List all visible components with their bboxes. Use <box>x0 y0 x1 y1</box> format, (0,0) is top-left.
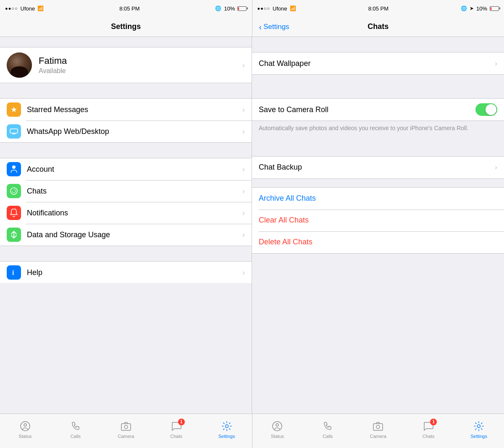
tab-chats-left[interactable]: 1 Chats <box>151 414 202 448</box>
chat-backup-chevron-icon: › <box>495 163 497 172</box>
tab-camera-left[interactable]: Camera <box>101 414 151 448</box>
tab-bar-left: Status Calls Camera <box>0 414 252 448</box>
tab-status-label-left: Status <box>18 434 32 439</box>
main-content: Fatima Available › ★ Starred Messages › <box>0 37 504 414</box>
status-bar-left: ●●○○ Ufone 📶 8:05 PM 🌐 10% <box>0 0 252 17</box>
archive-all-label: Archive All Chats <box>259 194 316 203</box>
location-icon: ➤ <box>470 5 474 11</box>
tab-status-left[interactable]: Status <box>0 414 50 448</box>
archive-all-row[interactable]: Archive All Chats <box>252 188 504 210</box>
battery-icon-left <box>237 6 247 11</box>
whatsapp-chevron-icon: › <box>242 127 245 136</box>
starred-messages-icon: ★ <box>7 102 21 117</box>
svg-point-14 <box>478 424 480 427</box>
tab-camera-right[interactable]: Camera <box>353 414 403 448</box>
avatar <box>7 52 32 78</box>
tab-settings-right[interactable]: Settings <box>454 414 504 448</box>
help-chevron-icon: › <box>242 268 245 277</box>
svg-point-8 <box>124 425 128 429</box>
left-panel: Fatima Available › ★ Starred Messages › <box>0 37 252 414</box>
starred-messages-label: Starred Messages <box>27 105 242 114</box>
svg-rect-7 <box>121 424 131 430</box>
camera-roll-row: Save to Camera Roll <box>252 99 504 121</box>
data-storage-icon <box>7 228 21 242</box>
chats-row[interactable]: Chats › <box>0 180 252 202</box>
camera-roll-label: Save to Camera Roll <box>259 105 475 114</box>
right-panel: Chat Wallpaper › Save to Camera Roll Aut… <box>252 37 504 414</box>
signal-icon-right: ●●○○ <box>257 6 270 11</box>
data-storage-row[interactable]: Data and Storage Usage › <box>0 224 252 246</box>
account-chevron-icon: › <box>242 165 245 174</box>
notifications-chevron-icon: › <box>242 209 245 217</box>
profile-status: Available <box>39 67 236 75</box>
help-row[interactable]: i Help › <box>0 262 252 283</box>
help-section: i Help › <box>0 261 252 283</box>
clear-all-row[interactable]: Clear All Chats <box>252 210 504 231</box>
chats-icon <box>7 184 21 198</box>
svg-text:i: i <box>12 269 14 276</box>
tab-calls-left[interactable]: Calls <box>50 414 101 448</box>
tab-chats-right[interactable]: 1 Chats <box>403 414 454 448</box>
help-icon: i <box>7 265 21 280</box>
chats-badge-left: 1 <box>178 419 185 425</box>
right-nav-title: Chats <box>368 22 388 31</box>
svg-point-9 <box>225 424 228 427</box>
carrier-left: Ufone <box>21 5 35 12</box>
tab-settings-label-right: Settings <box>470 434 487 439</box>
chat-wallpaper-chevron-icon: › <box>495 59 497 68</box>
notifications-row[interactable]: Notifications › <box>0 202 252 224</box>
wifi-icon-left: 📶 <box>37 5 44 11</box>
globe-icon-right: 🌐 <box>461 5 467 11</box>
svg-point-13 <box>376 425 380 429</box>
chats-label: Chats <box>27 187 242 196</box>
whatsapp-web-row[interactable]: WhatsApp Web/Desktop › <box>0 121 252 142</box>
camera-icon-left <box>120 420 132 432</box>
tab-camera-label-right: Camera <box>370 434 386 439</box>
tab-bar: Status Calls Camera <box>0 414 504 448</box>
account-row[interactable]: Account › <box>0 158 252 180</box>
camera-roll-helper: Automatically save photos and videos you… <box>252 121 504 138</box>
starred-messages-row[interactable]: ★ Starred Messages › <box>0 99 252 121</box>
notifications-label: Notifications <box>27 209 242 217</box>
profile-row[interactable]: Fatima Available › <box>0 47 252 83</box>
time-right: 8:05 PM <box>368 5 388 12</box>
help-label: Help <box>27 268 242 277</box>
chat-wallpaper-row[interactable]: Chat Wallpaper › <box>252 52 504 74</box>
whatsapp-web-icon <box>7 124 21 139</box>
globe-icon-left: 🌐 <box>215 5 221 11</box>
profile-section: Fatima Available › <box>0 47 252 83</box>
starred-chevron-icon: › <box>242 105 245 114</box>
back-button[interactable]: ‹ Settings <box>259 23 289 31</box>
delete-all-row[interactable]: Delete All Chats <box>252 231 504 253</box>
quick-links-section: ★ Starred Messages › WhatsApp Web/Deskto… <box>0 98 252 143</box>
left-nav: Settings <box>0 17 252 37</box>
wifi-icon-right: 📶 <box>290 5 296 11</box>
battery-percent-left: 10% <box>224 5 235 12</box>
camera-roll-section: Save to Camera Roll <box>252 98 504 121</box>
battery-percent-right: 10% <box>476 5 487 12</box>
chat-backup-row[interactable]: Chat Backup › <box>252 157 504 178</box>
whatsapp-web-label: WhatsApp Web/Desktop <box>27 127 242 136</box>
carrier-right: Ufone <box>273 5 287 12</box>
svg-point-3 <box>10 188 17 194</box>
svg-rect-12 <box>373 424 383 430</box>
settings-section: Account › Chats › <box>0 158 252 246</box>
toggle-knob <box>486 104 496 115</box>
tab-calls-right[interactable]: Calls <box>302 414 353 448</box>
tab-chats-label-right: Chats <box>423 434 435 439</box>
right-nav: ‹ Settings Chats <box>252 17 504 37</box>
chat-backup-section: Chat Backup › <box>252 156 504 179</box>
camera-roll-toggle[interactable] <box>475 103 497 116</box>
calls-icon-right <box>322 420 333 432</box>
chat-backup-label: Chat Backup <box>259 163 495 172</box>
tab-status-right[interactable]: Status <box>252 414 303 448</box>
tab-camera-label-left: Camera <box>118 434 134 439</box>
time-left: 8:05 PM <box>119 5 139 12</box>
tab-status-label-right: Status <box>271 434 284 439</box>
tab-settings-left[interactable]: Settings <box>202 414 252 448</box>
chats-chevron-icon: › <box>242 187 245 196</box>
profile-info: Fatima Available <box>39 55 236 75</box>
battery-icon-right <box>490 6 499 11</box>
camera-icon-right <box>372 420 384 432</box>
signal-icon: ●●○○ <box>5 6 18 11</box>
